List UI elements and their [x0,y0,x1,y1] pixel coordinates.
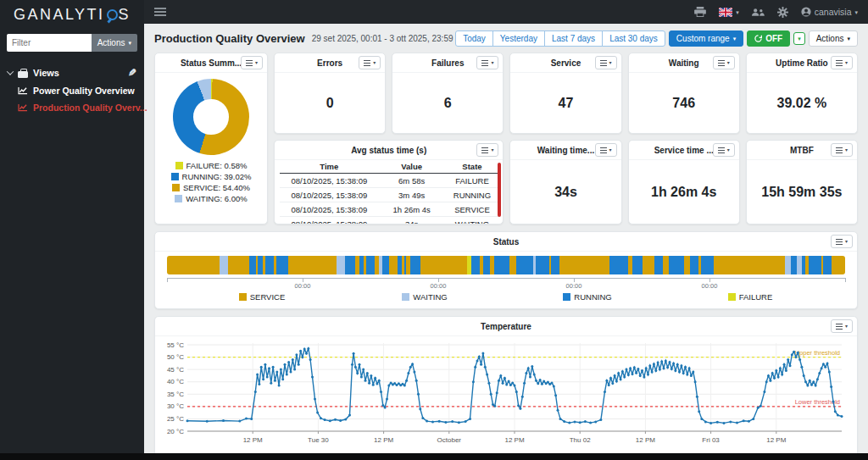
auto-refresh-toggle[interactable]: OFF [747,30,790,47]
card-title: Waiting [669,58,699,68]
last-30-days-button[interactable]: Last 30 days [602,30,665,47]
sidebar-item-production-quality-overview[interactable]: Production Quality Overv... [18,103,136,113]
yesterday-button[interactable]: Yesterday [492,30,545,47]
waiting-card: Waiting▾ 746 [628,53,740,134]
print-button[interactable] [694,7,706,17]
card-menu-button[interactable]: ▾ [831,235,853,248]
svg-text:35 °C: 35 °C [167,391,184,398]
svg-text:30 °C: 30 °C [167,402,184,410]
chevron-down-icon: ▾ [727,60,730,65]
card-title: Service time ... [654,146,714,155]
chevron-down-icon: ▾ [847,36,850,42]
users-button[interactable] [752,8,765,17]
chevron-down-icon: ▾ [845,60,848,65]
temperature-chart[interactable]: 20 °C25 °C30 °C35 °C40 °C45 °C50 °C55 °C… [157,336,855,460]
views-tree-header[interactable]: Views ✎ [8,67,136,79]
legend-label: WAITING [413,292,447,302]
page-actions-button[interactable]: Actions▾ [809,30,858,47]
axis-line [167,278,845,279]
table-row[interactable]: 08/10/2025, 15:38:093m 49sRUNNING [280,188,499,202]
errors-card: Errors▾ 0 [274,53,386,134]
line-chart-icon [18,86,28,95]
card-menu-button[interactable]: ▾ [713,56,735,69]
service-time-card: Service time ...▾ 1h 26m 4s [628,140,740,224]
filter-input[interactable] [7,34,92,52]
hamburger-icon [836,147,843,153]
svg-text:12 PM: 12 PM [504,436,524,444]
date-range-label: 29 set 2025, 00:01 - 3 ott 2025, 23:59 [312,34,453,43]
hamburger-icon [718,60,725,66]
kpi-value: 1h 26m 4s [629,160,739,224]
hamburger-icon [481,60,488,66]
svg-text:Upper threshold: Upper threshold [795,349,840,357]
card-menu-button[interactable]: ▾ [476,143,498,157]
edit-pencil-icon[interactable]: ✎ [128,67,136,79]
chevron-down-icon: ▾ [128,40,131,46]
table-row[interactable]: 08/10/2025, 15:38:0934sWAITING [280,217,499,225]
kpi-value: 0 [275,73,385,133]
last-7-days-button[interactable]: Last 7 days [544,30,603,47]
hamburger-icon [836,239,843,245]
language-selector[interactable]: ▾ [719,8,739,17]
legend-label: FAILURE [739,292,773,302]
card-menu-button[interactable]: ▾ [831,319,853,333]
chevron-down-icon: ▾ [845,324,848,329]
line-chart-icon [18,103,28,112]
failures-card: Failures▾ 6 [392,53,504,134]
table-row[interactable]: 08/10/2025, 15:38:096m 58sFAILURE [280,174,499,188]
bottom-strip [0,453,868,460]
card-menu-button[interactable]: ▾ [595,56,617,69]
legend-swatch [402,293,409,301]
sidebar-actions-button[interactable]: Actions▾ [92,34,137,52]
legend-label: RUNNING [574,292,611,302]
settings-button[interactable] [777,7,788,18]
svg-text:50 °C: 50 °C [167,353,184,361]
hamburger-icon [600,147,607,153]
today-button[interactable]: Today [455,30,493,47]
status-axis: 00:0000:0000:0000:00 [167,276,845,291]
kpi-value: 34s [510,160,620,224]
svg-text:55 °C: 55 °C [167,341,184,349]
hamburger-icon [600,60,607,66]
main-content: Production Quality Overview 29 set 2025,… [144,24,868,460]
legend-label: RUNNING: 39.02% [182,172,252,181]
sidebar-item-power-quality-overview[interactable]: Power Quality Overview [18,86,136,96]
chevron-down-icon: ▾ [733,36,737,42]
svg-text:40 °C: 40 °C [167,378,184,385]
table-row[interactable]: 08/10/2025, 15:38:091h 26m 4sSERVICE [280,202,499,217]
card-menu-button[interactable]: ▾ [831,143,853,157]
status-donut-legend: FAILURE: 0.58% RUNNING: 39.02% SERVICE: … [155,161,267,203]
legend-item: WAITING [402,292,447,302]
chevron-down-icon: ▾ [845,239,848,244]
svg-text:45 °C: 45 °C [167,366,184,374]
status-timeline[interactable] [167,256,845,274]
card-title: Failures [431,58,464,68]
legend-item: WAITING: 6.00% [175,194,248,203]
custom-range-button[interactable]: Custom range▾ [669,30,743,47]
card-menu-button[interactable]: ▾ [476,56,498,69]
card-menu-button[interactable]: ▾ [595,143,617,157]
cell-value: 6m 58s [379,174,445,188]
cell-time: 08/10/2025, 15:38:09 [280,174,379,188]
uptime-ratio-card: Uptime Ratio▾ 39.02 % [746,53,858,134]
refresh-interval-caret-button[interactable]: ▾ [793,32,805,45]
card-menu-button[interactable]: ▾ [713,143,735,157]
user-menu[interactable]: canavisia ▾ [801,7,858,17]
card-title: Temperature [481,322,531,331]
card-menu-button[interactable]: ▾ [241,56,263,69]
chevron-down-icon: ▾ [255,60,258,65]
status-donut [173,79,249,155]
chevron-down-icon: ▾ [736,9,739,15]
chevron-down-icon: ▾ [845,147,848,152]
card-title: Status [493,237,520,247]
uk-flag-icon [719,8,732,17]
card-menu-button[interactable]: ▾ [831,56,853,69]
menu-hamburger-icon[interactable] [154,8,166,16]
hamburger-icon [246,60,253,66]
svg-text:Thu 02: Thu 02 [570,436,591,444]
chevron-down-icon [7,68,14,75]
card-menu-button[interactable]: ▾ [359,56,381,69]
table-scrollbar[interactable] [498,163,501,217]
legend-item: SERVICE: 54.40% [172,183,250,192]
refresh-icon [754,35,762,42]
